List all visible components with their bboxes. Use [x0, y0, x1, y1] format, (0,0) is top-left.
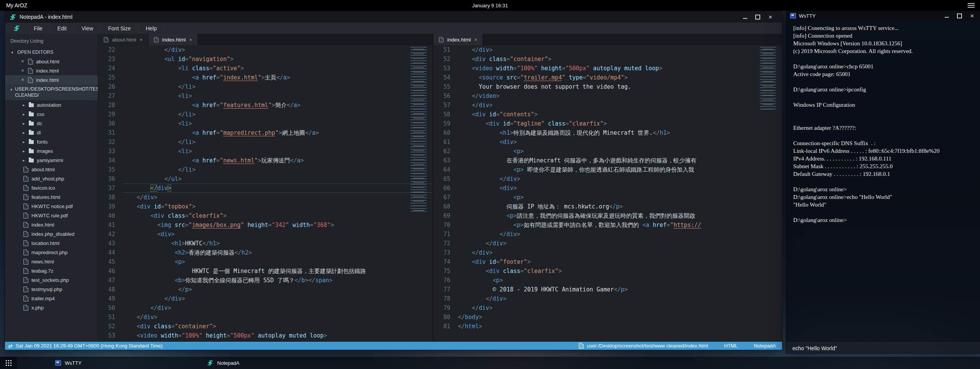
minimize-icon[interactable] — [944, 13, 949, 18]
menu-item-edit[interactable]: Edit — [50, 23, 74, 34]
tree-file-features-html[interactable]: features.html — [5, 192, 98, 202]
close-icon[interactable]: × — [970, 13, 975, 18]
tree-file-index-php-disabled[interactable]: index.php_disabled — [5, 229, 98, 238]
code-line-64[interactable]: 64 <p> 即使你不是建築師，你也能透過紅石師或鐵路工程師的身份加入我 — [433, 165, 782, 174]
code-line-46[interactable]: 46 HKWTC 是一個 Minecraft 的建築伺服器，主要建築計劃包括鐵路 — [98, 266, 433, 276]
code-line-34[interactable]: 34 <a href="news.html">玩家傳送門</a> — [98, 156, 433, 165]
code-line-30[interactable]: 30 <li> — [98, 119, 433, 128]
code-line-48[interactable]: 48 </p> — [98, 285, 433, 294]
code-line-58[interactable]: 58 <div id="contents"> — [433, 110, 782, 119]
tree-file-test-sockets-php[interactable]: test_sockets.php — [5, 275, 98, 285]
tree-file-location-html[interactable]: location.html — [5, 238, 98, 248]
code-line-81[interactable]: 81</html> — [433, 322, 782, 331]
maximize-icon[interactable] — [755, 15, 760, 20]
code-line-32[interactable]: 32 </li> — [98, 137, 433, 147]
code-line-68[interactable]: 68 伺服器 IP 地址為： mcs.hkwtc.org</p> — [433, 202, 782, 211]
tab-index.html[interactable]: index.html× — [148, 34, 198, 45]
close-icon[interactable]: × — [20, 59, 25, 64]
code-line-51[interactable]: 51 </div> — [433, 45, 782, 55]
terminal-output[interactable]: [info] Conencting to arozos WsTTY servic… — [786, 20, 980, 343]
chevron-right-icon[interactable]: ▸ — [22, 149, 26, 153]
code-line-79[interactable]: 79 </div> — [433, 303, 782, 313]
code-line-61[interactable]: 61 <div> — [433, 137, 782, 147]
tab-close-icon[interactable]: × — [189, 37, 192, 43]
tab-about.html[interactable]: about.html× — [98, 34, 148, 45]
open-editor-item[interactable]: ×index.html — [5, 75, 98, 84]
tree-file-news-html[interactable]: news.html — [5, 257, 98, 266]
tree-folder-css[interactable]: ▸css — [5, 109, 98, 119]
statusbar-filetype[interactable]: HTML — [724, 343, 738, 349]
code-line-65[interactable]: 65 </div> — [433, 174, 782, 184]
code-line-70[interactable]: 70 <p>如有問題或需要申請白名單，歡迎加入我們的 <a href="http… — [433, 220, 782, 230]
tree-folder-dc[interactable]: ▸dc — [5, 119, 98, 128]
close-icon[interactable]: × — [768, 15, 773, 20]
code-line-25[interactable]: 25 <a href="index.html">主頁</a> — [98, 73, 433, 82]
code-line-35[interactable]: 35 </li> — [98, 165, 433, 174]
tree-file-favicon-ico[interactable]: favicon.ico — [5, 183, 98, 192]
taskbar-item-wstty[interactable]: WsTTY — [50, 357, 87, 369]
code-line-77[interactable]: 77 © 2018 - 2019 HKWTC Animation Gamer</… — [433, 285, 782, 294]
code-line-24[interactable]: 24 <li class="active"> — [98, 64, 433, 73]
code-line-41[interactable]: 41 <img src="images/box.png" height="342… — [98, 220, 433, 230]
code-line-69[interactable]: 69 <p>請注意，我們的伺服器為確保玩家及遊玩時的質素，我們對的服器開啟 — [433, 211, 782, 220]
code-line-51[interactable]: 51 </div> — [98, 313, 433, 322]
wstty-titlebar[interactable]: WsTTY × — [786, 11, 980, 20]
code-line-28[interactable]: 28 <a href="features.html">簡介</a> — [98, 101, 433, 110]
code-line-23[interactable]: 23 <ul id="navigation"> — [98, 55, 433, 64]
tab-close-icon[interactable]: × — [140, 37, 143, 43]
open-editor-item[interactable]: ×index.html — [5, 66, 98, 75]
code-line-27[interactable]: 27 <li> — [98, 91, 433, 101]
app-launcher-button[interactable] — [0, 357, 17, 369]
code-line-55[interactable]: 55 Your browser does not support the vid… — [433, 82, 782, 91]
open-editors-section[interactable]: ▾ OPEN EDITORS — [5, 48, 98, 57]
close-icon[interactable]: × — [20, 68, 25, 73]
menu-item-font-size[interactable]: Font Size — [100, 23, 138, 34]
tree-file-add-vhost-php[interactable]: add_vhost.php — [5, 174, 98, 183]
code-line-38[interactable]: 38 </div> — [98, 193, 433, 202]
tree-folder-yamiyamimi[interactable]: ▸yamiyamimi — [5, 156, 98, 165]
code-line-43[interactable]: 43 <h1>HKWTC</h1> — [98, 239, 433, 248]
tree-file-about-html[interactable]: about.html — [5, 165, 98, 174]
code-line-31[interactable]: 31 <a href="mapredirect.php">網上地圖</a> — [98, 128, 433, 137]
code-line-75[interactable]: 75 <div class="clearfix"> — [433, 266, 782, 276]
code-line-22[interactable]: 22 </div> — [98, 45, 433, 55]
code-line-71[interactable]: 71 </div> — [433, 230, 782, 239]
code-line-73[interactable]: 73 </div> — [433, 248, 782, 257]
code-line-63[interactable]: 63 在香港的Minecraft 伺服器中，多為小遊戲和純生存的伺服器，較少擁有 — [433, 156, 782, 165]
code-line-74[interactable]: 74 <div id="footer"> — [433, 257, 782, 266]
code-line-26[interactable]: 26 </li> — [98, 82, 433, 91]
tree-root-header[interactable]: ▾ USER:/DESKTOP/SCREENSHOT/TEST/WWW CLEA… — [5, 84, 98, 100]
tree-folder-fonts[interactable]: ▸fonts — [5, 137, 98, 146]
code-line-49[interactable]: 49 </div> — [98, 294, 433, 303]
code-line-67[interactable]: 67 <p> — [433, 193, 782, 202]
code-line-47[interactable]: 47 <b>你知道我們全線伺服器已轉用 SSD 了嗎？</b></span> — [98, 276, 433, 285]
menu-item-file[interactable]: File — [26, 23, 50, 34]
code-line-45[interactable]: 45 <p> — [98, 257, 433, 266]
code-line-53[interactable]: 53 <video width="100%" height="500px" au… — [433, 64, 782, 73]
maximize-icon[interactable] — [957, 13, 962, 18]
code-line-44[interactable]: 44 <h2>香港的建築伺服器</h2> — [98, 248, 433, 257]
tree-folder-images[interactable]: ▸images — [5, 146, 98, 156]
code-line-29[interactable]: 29 </li> — [98, 110, 433, 119]
code-line-37[interactable]: 37 </div> — [98, 184, 433, 193]
code-line-72[interactable]: 72 </div> — [433, 239, 782, 248]
code-editor-left[interactable]: 22 </div>23 <ul id="navigation">24 <li c… — [98, 45, 433, 342]
code-line-52[interactable]: 52 <div class="container"> — [433, 55, 782, 64]
code-line-52[interactable]: 52 <div class="container"> — [98, 322, 433, 331]
code-line-53[interactable]: 53 <video width="100%" height="500px" au… — [98, 331, 433, 340]
menu-item-help[interactable]: Help — [138, 23, 165, 34]
code-line-40[interactable]: 40 <div class="clearfix"> — [98, 211, 433, 220]
open-editor-item[interactable]: ×about.html — [5, 57, 98, 66]
tree-file-mapredirect-php[interactable]: mapredirect.php — [5, 248, 98, 257]
chevron-right-icon[interactable]: ▸ — [22, 158, 26, 162]
chevron-right-icon[interactable]: ▸ — [22, 112, 26, 116]
code-line-78[interactable]: 78 </div> — [433, 294, 782, 303]
code-line-76[interactable]: 76 <p> — [433, 276, 782, 285]
tree-file-HKWTC-rule-pdf[interactable]: HKWTC rule.pdf — [5, 211, 98, 220]
code-line-42[interactable]: 42 <div> — [98, 230, 433, 239]
tree-folder-autostation[interactable]: ▸autostation — [5, 100, 98, 109]
code-editor-right[interactable]: 51 </div>52 <div class="container">53 <v… — [433, 45, 782, 342]
code-line-54[interactable]: 54 <source src="trailer.mp4" type="video… — [433, 73, 782, 82]
tree-file-x-php[interactable]: x.php — [5, 303, 98, 312]
close-icon[interactable]: × — [20, 77, 25, 83]
